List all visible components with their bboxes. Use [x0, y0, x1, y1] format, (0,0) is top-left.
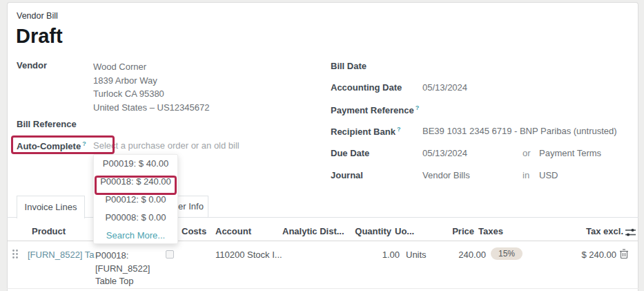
help-icon: ? — [416, 104, 420, 111]
column-header-costs: Costs — [182, 226, 206, 236]
row-costs-checkbox[interactable] — [166, 250, 174, 259]
or-text: or — [523, 148, 531, 158]
payment-terms-input[interactable]: Payment Terms — [539, 148, 601, 158]
document-type-label: Vendor Bill — [17, 11, 58, 21]
vendor-country: United States – US12345672 — [93, 101, 209, 115]
column-header-account: Account — [215, 226, 251, 236]
vendor-street: 1839 Arbor Way — [93, 74, 209, 88]
accounting-date-value[interactable]: 05/13/2024 — [422, 82, 467, 93]
bill-reference-label: Bill Reference — [17, 119, 77, 129]
dropdown-item[interactable]: P00019: $ 40.00 — [94, 155, 177, 173]
due-date-value[interactable]: 05/13/2024 — [422, 148, 467, 158]
row-account-cell[interactable]: 110200 Stock I... — [215, 250, 282, 260]
status-title: Draft — [16, 25, 63, 48]
column-header-quantity: Quantity — [355, 226, 391, 236]
column-header-taxes: Taxes — [478, 226, 503, 236]
autocomplete-input[interactable]: Select a purchase order or an old bill — [93, 140, 240, 151]
bill-date-label: Bill Date — [331, 61, 367, 71]
column-header-price: Price — [452, 226, 474, 236]
vendor-label: Vendor — [17, 60, 47, 71]
drag-handle-icon[interactable] — [12, 249, 19, 261]
search-more-link[interactable]: Search More... — [94, 227, 177, 245]
help-icon: ? — [397, 126, 401, 133]
autocomplete-label: Auto-Complete? — [17, 140, 86, 151]
autocomplete-dropdown: P00019: $ 40.00 P00018: $ 240.00 P00012:… — [93, 154, 178, 244]
column-header-tax-excl: Tax excl. — [586, 226, 623, 236]
row-tax-badge[interactable]: 15% — [491, 247, 523, 260]
due-date-label: Due Date — [331, 148, 369, 158]
recipient-bank-value[interactable]: BE39 1031 2345 6719 - BNP Paribas (untru… — [422, 126, 617, 136]
help-icon: ? — [82, 140, 86, 147]
row-price-cell[interactable]: 240.00 — [458, 250, 486, 260]
dropdown-item[interactable]: P00008: $ 0.00 — [94, 209, 177, 227]
row-uom-cell[interactable]: Units — [406, 250, 427, 260]
journal-value[interactable]: Vendor Bills — [422, 170, 470, 180]
column-header-analytic-distribution: Analytic Dist... — [282, 226, 344, 236]
row-product-link[interactable]: [FURN_8522] Tabl — [28, 250, 95, 260]
journal-label: Journal — [331, 170, 363, 180]
row-bottom-divider — [7, 288, 638, 289]
vendor-name[interactable]: Wood Corner — [93, 60, 209, 74]
recipient-bank-label: Recipient Bank? — [331, 126, 400, 137]
payment-reference-label: Payment Reference? — [331, 104, 419, 115]
row-label-cell[interactable]: P00018: [FURN_8522] Table Top — [95, 250, 161, 288]
optional-columns-icon[interactable] — [625, 227, 636, 240]
column-header-uom: Uo... — [395, 226, 414, 236]
vendor-value[interactable]: Wood Corner 1839 Arbor Way Turlock CA 95… — [93, 60, 209, 114]
currency-value[interactable]: USD — [539, 170, 558, 180]
delete-row-icon[interactable] — [619, 248, 629, 261]
dropdown-item[interactable]: P00012: $ 0.00 — [94, 191, 177, 209]
tab-invoice-lines[interactable]: Invoice Lines — [17, 196, 85, 218]
in-text: in — [523, 170, 529, 180]
column-header-product: Product — [32, 226, 66, 236]
vendor-city: Turlock CA 95380 — [93, 87, 209, 101]
row-quantity-cell[interactable]: 1.00 — [382, 250, 400, 260]
vendor-bill-form: Vendor Bill Draft Vendor Wood Corner 183… — [0, 0, 644, 291]
dropdown-item-highlighted[interactable]: P00018: $ 240.00 — [94, 173, 177, 191]
row-tax-excl-cell: $ 240.00 — [581, 250, 616, 260]
accounting-date-label: Accounting Date — [331, 82, 402, 93]
